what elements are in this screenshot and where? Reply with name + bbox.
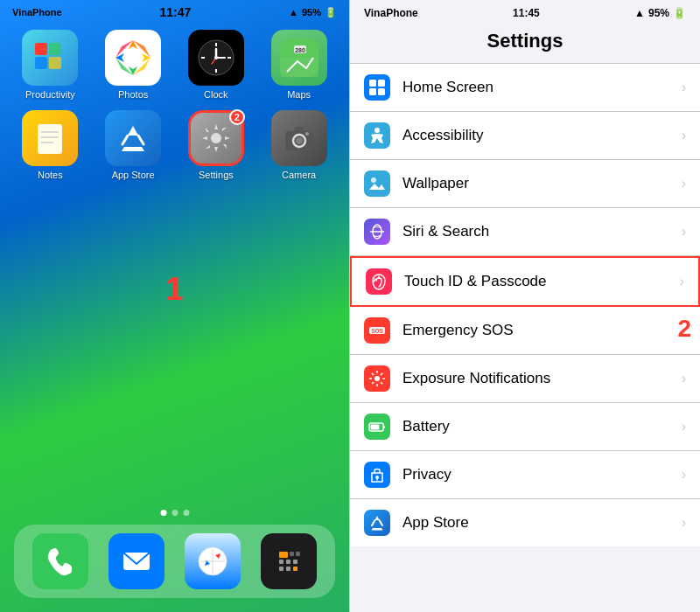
dock-safari[interactable] (185, 533, 241, 589)
siri-icon (364, 219, 390, 245)
dock-calculator[interactable] (261, 533, 317, 589)
svg-line-25 (138, 136, 144, 144)
notes-label: Notes (38, 170, 63, 180)
camera-icon (271, 110, 327, 166)
app-camera[interactable]: Camera (262, 110, 335, 180)
app-photos[interactable]: Photos (97, 30, 170, 100)
svg-rect-20 (38, 124, 62, 154)
svg-rect-46 (286, 567, 290, 571)
svg-point-70 (375, 476, 379, 479)
camera-label: Camera (282, 170, 316, 180)
app-settings[interactable]: 2 Settings (180, 110, 253, 180)
svg-rect-47 (293, 567, 298, 571)
right-battery-area: ▲ 95% 🔋 (634, 7, 686, 19)
wifi-icon: ▲ (289, 7, 298, 17)
sos-label: Emergency SOS (402, 322, 682, 339)
app-maps[interactable]: 280 Maps (262, 30, 335, 100)
privacy-icon (364, 462, 390, 488)
right-phone: VinaPhone 11:45 ▲ 95% 🔋 Settings Home Sc… (350, 0, 700, 612)
appstore-settings-label: App Store (402, 514, 682, 532)
settings-list: Home Screen › Accessibility › Wallpa (350, 63, 700, 546)
photos-icon (105, 30, 161, 86)
svg-line-65 (381, 373, 382, 375)
settings-label: Settings (199, 170, 234, 180)
accessibility-chevron: › (682, 128, 686, 143)
touch-id-icon (366, 268, 392, 295)
right-status-bar: VinaPhone 11:45 ▲ 95% 🔋 (350, 0, 700, 23)
home-screen-chevron: › (682, 80, 686, 95)
svg-rect-51 (378, 88, 385, 95)
maps-icon: 280 (271, 30, 327, 86)
left-step-label: 1 (165, 271, 183, 308)
privacy-chevron: › (682, 467, 686, 483)
productivity-label: Productivity (25, 89, 75, 100)
maps-label: Maps (287, 89, 311, 100)
privacy-label: Privacy (402, 466, 682, 483)
svg-line-72 (372, 520, 375, 525)
left-phone: VinaPhone 11:47 ▲ 95% 🔋 Productivity (0, 0, 350, 612)
settings-row-appstore[interactable]: App Store › (350, 499, 700, 546)
siri-label: Siri & Search (402, 223, 682, 240)
right-time: 11:45 (513, 7, 540, 19)
svg-point-52 (374, 128, 380, 133)
battery-settings-label: Battery (402, 418, 682, 435)
settings-row-battery[interactable]: Battery › (350, 403, 700, 451)
appstore-label: App Store (112, 170, 155, 180)
touch-id-chevron: › (680, 274, 684, 289)
app-appstore[interactable]: App Store (97, 110, 170, 180)
appstore-icon (105, 110, 161, 166)
svg-rect-41 (296, 552, 300, 556)
right-signal-icon: ▲ (634, 7, 645, 19)
app-productivity[interactable]: Productivity (14, 30, 87, 100)
svg-rect-2 (49, 43, 61, 55)
settings-row-exposure[interactable]: Exposure Notifications › (350, 355, 700, 403)
svg-text:SOS: SOS (371, 328, 383, 334)
battery-icon: 🔋 (325, 7, 337, 18)
svg-line-66 (372, 382, 374, 384)
settings-row-touch-id[interactable]: Touch ID & Passcode › (350, 256, 700, 307)
exposure-label: Exposure Notifications (402, 370, 682, 387)
svg-line-24 (122, 136, 128, 144)
svg-rect-3 (49, 57, 61, 69)
svg-rect-45 (279, 567, 284, 571)
svg-rect-43 (286, 560, 290, 564)
svg-point-26 (211, 133, 221, 143)
clock-icon (188, 30, 244, 86)
siri-chevron: › (682, 224, 686, 240)
home-screen-label: Home Screen (402, 79, 682, 96)
app-grid: Productivity Photos (0, 21, 349, 189)
settings-row-home-screen[interactable]: Home Screen › (350, 63, 700, 112)
svg-rect-50 (369, 88, 376, 95)
svg-rect-68 (383, 426, 385, 428)
svg-line-63 (372, 373, 374, 375)
svg-line-64 (381, 382, 382, 384)
right-battery: 95% (648, 7, 669, 19)
settings-row-accessibility[interactable]: Accessibility › (350, 112, 700, 160)
svg-rect-40 (290, 552, 294, 556)
left-carrier: VinaPhone (12, 7, 62, 17)
svg-rect-0 (35, 43, 47, 55)
appstore-settings-icon (364, 510, 390, 536)
accessibility-label: Accessibility (402, 127, 682, 144)
dock-phone[interactable] (32, 533, 88, 589)
left-battery: 95% (302, 7, 321, 17)
sos-icon: SOS (364, 317, 390, 344)
wallpaper-icon (364, 170, 390, 197)
appstore-settings-chevron: › (682, 515, 686, 531)
exposure-chevron: › (682, 371, 686, 386)
dock-mail[interactable] (108, 533, 164, 589)
app-notes[interactable]: Notes (14, 110, 87, 180)
battery-settings-icon (364, 414, 390, 440)
battery-chevron: › (682, 419, 686, 435)
notes-icon (22, 110, 78, 166)
settings-row-wallpaper[interactable]: Wallpaper › (350, 160, 700, 208)
settings-row-siri[interactable]: Siri & Search › (350, 208, 700, 256)
settings-row-privacy[interactable]: Privacy › (350, 451, 700, 499)
settings-row-sos[interactable]: SOS Emergency SOS › (350, 307, 700, 355)
svg-line-73 (380, 520, 383, 525)
home-screen-icon (364, 74, 390, 101)
app-clock[interactable]: Clock (180, 30, 253, 100)
svg-rect-42 (279, 560, 284, 564)
svg-rect-44 (293, 560, 298, 564)
svg-rect-49 (378, 80, 385, 87)
